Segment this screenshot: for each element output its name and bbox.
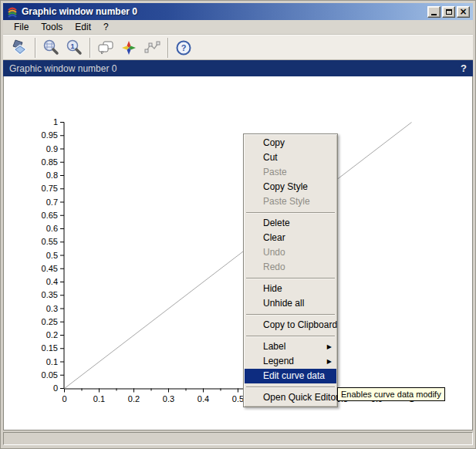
dock-help-button[interactable]: ? — [461, 62, 467, 74]
menu-item-edit-curve-data[interactable]: Edit curve data — [245, 369, 336, 383]
submenu-arrow-icon: ▶ — [327, 354, 332, 369]
menu-item-delete[interactable]: Delete — [245, 216, 336, 231]
y-tick-label: 0.15 — [42, 343, 58, 353]
menu-separator — [246, 278, 335, 279]
tool-bar: 1 — [3, 35, 473, 60]
y-tick-label: 0.35 — [42, 290, 58, 299]
menu-item-paste-style: Paste Style — [245, 194, 336, 209]
menu-item-label[interactable]: Label▶ — [245, 339, 336, 354]
toolbar-separator — [35, 38, 35, 58]
y-tick-label: 0.25 — [42, 317, 58, 326]
y-tick-label: 0.65 — [42, 211, 58, 220]
y-tick-label: 0.2 — [46, 330, 58, 339]
datatips-icon — [143, 39, 161, 57]
menu-item-copy[interactable]: Copy — [245, 136, 336, 150]
y-tick-label: 0.4 — [46, 277, 58, 286]
plot-canvas: 00.10.20.30.40.50.60.70.80.9100.050.10.1… — [4, 76, 473, 429]
tooltip: Enables curve data modify — [337, 387, 445, 401]
menu-item-copy-style[interactable]: Copy Style — [245, 180, 336, 194]
datatips-button[interactable] — [140, 37, 164, 59]
menu-help[interactable]: ? — [97, 20, 115, 34]
y-tick-label: 0 — [53, 383, 58, 393]
zoom-area-button[interactable] — [39, 37, 62, 59]
graphic-editor-star-icon — [120, 39, 138, 57]
original-view-button[interactable]: 1 — [62, 37, 86, 59]
minimize-icon — [431, 14, 437, 15]
toolbar-separator — [167, 38, 168, 58]
y-tick-label: 0.7 — [46, 197, 58, 207]
x-tick-label: 0.4 — [197, 394, 209, 403]
x-tick-label: 0 — [62, 394, 66, 403]
y-tick-label: 0.3 — [46, 304, 58, 313]
x-tick-label: 0.2 — [128, 394, 140, 403]
y-tick-label: 0.95 — [42, 130, 58, 140]
menu-item-clear[interactable]: Clear — [245, 231, 336, 245]
rotate-icon — [10, 39, 29, 57]
y-tick-label: 0.8 — [46, 170, 58, 180]
menu-bar: File Tools Edit ? — [3, 20, 473, 35]
y-tick-label: 1 — [53, 117, 58, 127]
y-tick-label: 0.1 — [46, 357, 58, 366]
window-controls: × — [427, 6, 470, 18]
y-tick-label: 0.45 — [42, 264, 58, 273]
svg-text:1: 1 — [70, 42, 74, 49]
minimize-button[interactable] — [427, 6, 441, 18]
y-tick-label: 0.05 — [42, 370, 58, 380]
menu-item-undo: Undo — [245, 245, 336, 260]
menu-item-paste: Paste — [245, 165, 336, 180]
rotate-button[interactable] — [8, 37, 31, 59]
status-bar — [3, 432, 473, 445]
menu-separator — [246, 387, 335, 387]
curve-line[interactable] — [65, 123, 412, 389]
title-bar[interactable]: Graphic window number 0 × — [3, 3, 473, 20]
svg-text:?: ? — [181, 43, 187, 52]
graphic-editor-button[interactable] — [117, 37, 140, 59]
menu-item-open-quick-editor[interactable]: Open Quick Editor — [245, 390, 336, 405]
close-button[interactable]: × — [457, 6, 470, 18]
x-tick-label: 0.5 — [232, 394, 244, 403]
menu-item-legend[interactable]: Legend▶ — [245, 354, 336, 369]
menu-item-hide[interactable]: Hide — [245, 282, 336, 296]
menu-item-unhide-all[interactable]: Unhide all — [245, 296, 336, 311]
menu-item-redo: Redo — [245, 260, 336, 275]
dock-header[interactable]: Graphic window number 0 ? — [3, 60, 473, 76]
x-tick-label: 0.3 — [163, 394, 174, 403]
original-view-icon: 1 — [65, 39, 83, 57]
close-icon: × — [459, 7, 467, 16]
toolbar-separator — [89, 38, 90, 58]
menu-item-cut[interactable]: Cut — [245, 150, 336, 165]
y-tick-label: 0.55 — [42, 237, 58, 246]
y-tick-label: 0.9 — [46, 144, 58, 154]
graphic-window: Graphic window number 0 × File Tools Edi… — [0, 0, 476, 449]
menu-file[interactable]: File — [8, 20, 35, 34]
y-tick-label: 0.5 — [46, 251, 58, 260]
dialogs-icon — [96, 39, 115, 57]
plot-area[interactable]: 00.10.20.30.40.50.60.70.80.9100.050.10.1… — [3, 76, 473, 430]
y-tick-label: 0.75 — [42, 184, 58, 193]
menu-edit[interactable]: Edit — [69, 20, 97, 34]
menu-tools[interactable]: Tools — [35, 20, 69, 34]
zoom-area-icon — [42, 39, 60, 57]
maximize-icon — [446, 9, 452, 15]
maximize-button[interactable] — [442, 6, 455, 18]
menu-separator — [246, 212, 335, 213]
help-icon: ? — [174, 39, 193, 57]
app-icon — [6, 5, 19, 18]
menu-separator — [246, 336, 335, 336]
dialogs-button[interactable] — [94, 37, 117, 59]
window-title: Graphic window number 0 — [22, 6, 427, 17]
context-menu: CopyCutPasteCopy StylePaste StyleDeleteC… — [243, 133, 338, 407]
help-button[interactable]: ? — [172, 37, 195, 59]
submenu-arrow-icon: ▶ — [327, 339, 332, 354]
menu-separator — [246, 314, 335, 315]
y-tick-label: 0.6 — [46, 224, 58, 233]
x-tick-label: 0.1 — [93, 394, 105, 403]
y-tick-label: 0.85 — [42, 157, 58, 167]
menu-item-copy-to-clipboard[interactable]: Copy to Clipboard — [245, 318, 336, 333]
dock-title: Graphic window number 0 — [9, 63, 461, 74]
